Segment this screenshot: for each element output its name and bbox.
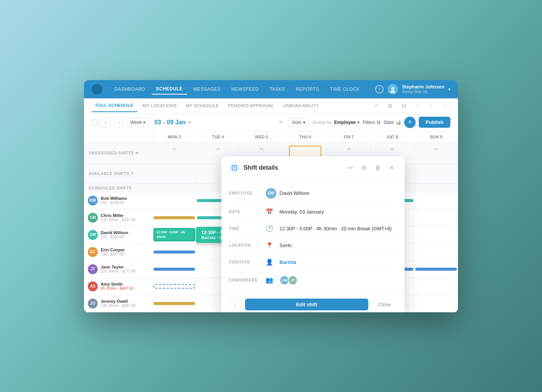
copy-icon[interactable]: ⊞: [385, 100, 395, 111]
bob-mon[interactable]: [153, 192, 196, 209]
nav-logo: [92, 84, 102, 95]
amy-hours: 4h 30min · $467.50: [101, 286, 134, 291]
available-info-icon[interactable]: ?: [131, 172, 134, 176]
unassigned-thu-shift[interactable]: [289, 146, 321, 157]
bob-name: Bob Williams: [101, 196, 127, 201]
jane-sun[interactable]: [415, 261, 458, 278]
employee-chris-info: CM Chris Miller 13h 30min · $297.00: [84, 210, 153, 225]
unassigned-mon[interactable]: 0h: [153, 143, 196, 164]
auto-btn[interactable]: Auto ▾: [288, 118, 310, 127]
unassigned-edit-icon[interactable]: ✏: [136, 151, 139, 155]
amy-sun[interactable]: [415, 278, 458, 295]
modal-more-btn[interactable]: ⋮: [229, 299, 241, 311]
shift-amy-mon[interactable]: [153, 284, 195, 289]
modal-title-icon: [229, 162, 240, 173]
employee-bob-info: BW Bob Williams 15h · $160.00: [84, 193, 153, 208]
chris-sun[interactable]: [415, 209, 458, 226]
download-icon[interactable]: ↓: [426, 100, 437, 111]
header-wed: WED 5: [240, 132, 284, 142]
sub-nav: FULL SCHEDULE MY LOCATIONS MY SCHEDULE P…: [84, 98, 458, 114]
shift-chris-mon[interactable]: [153, 216, 195, 219]
chris-mon[interactable]: [153, 209, 196, 226]
employee-chip-name: David Willson: [279, 190, 310, 196]
amy-name: Amy Smith: [101, 282, 134, 286]
nav-dashboard[interactable]: DASHBOARD: [110, 84, 150, 94]
nav-right: ? Stephanie Johnson Sunny Side Up ▾: [375, 84, 450, 95]
shift-jeremy-mon[interactable]: [153, 302, 195, 305]
shift-jane-sun[interactable]: [415, 268, 457, 271]
nav-messages[interactable]: MESSAGES: [189, 84, 225, 94]
filters-btn[interactable]: Filters ⊟: [363, 120, 381, 125]
subnav-pendingapproval[interactable]: PENDING APPROVAL: [224, 100, 278, 112]
jane-name: Jane Taylor: [101, 265, 136, 269]
group-by[interactable]: Group by: Employee ▾: [313, 120, 360, 125]
publish-btn[interactable]: Publish: [419, 117, 450, 128]
david-sun[interactable]: [415, 227, 458, 243]
svg-rect-2: [232, 165, 237, 170]
stats-btn[interactable]: Stats 📊: [384, 120, 401, 125]
expand-icon[interactable]: ⤢: [371, 100, 382, 111]
help-icon[interactable]: ?: [375, 85, 384, 93]
coworkers-label: COWORKERS: [229, 278, 260, 282]
export-icon[interactable]: ↑: [412, 100, 423, 111]
nav-username: Stephanie Johnson: [402, 84, 444, 90]
amy-mon[interactable]: [153, 278, 196, 295]
close-modal-btn[interactable]: ✕: [386, 162, 397, 173]
nav-schedule[interactable]: SCHEDULE: [152, 84, 187, 95]
next-week-btn[interactable]: ›: [114, 117, 124, 127]
erin-sun[interactable]: [415, 244, 458, 260]
employee-chip-avatar: DW: [266, 188, 276, 199]
week-label: Week: [130, 120, 142, 125]
delete-shift-btn[interactable]: 🗑: [373, 162, 383, 173]
add-shift-btn[interactable]: +: [404, 117, 416, 128]
nav-newsfeed[interactable]: NEWSFEED: [227, 84, 263, 94]
print-icon[interactable]: ⊟: [398, 100, 409, 111]
jeremy-hours: 13h 30min · $297.00: [101, 304, 136, 308]
erin-mon[interactable]: [153, 244, 196, 260]
undo-btn[interactable]: ↩: [345, 162, 356, 173]
edit-shift-btn[interactable]: Edit shift: [245, 299, 368, 310]
week-selector[interactable]: Week ▾: [127, 118, 149, 127]
nav-tasks[interactable]: TASKS: [265, 84, 290, 94]
shift-jane-mon[interactable]: [153, 268, 195, 271]
avatar-amy: AS: [88, 281, 98, 291]
avail-sun[interactable]: [415, 164, 458, 183]
coworker-avatars: CW JT: [279, 275, 298, 285]
subnav-fullschedule[interactable]: FULL SCHEDULE: [92, 99, 137, 112]
subnav-myschedule[interactable]: MY SCHEDULE: [182, 100, 223, 112]
avatar-jeremy: JO: [88, 299, 98, 308]
nav-reports[interactable]: REPORTS: [291, 84, 324, 94]
nav-user-info: Stephanie Johnson Sunny Side Up: [402, 84, 444, 94]
unassigned-sun[interactable]: 0h: [415, 143, 458, 164]
close-shift-btn[interactable]: Close: [372, 299, 397, 310]
avatar-erin: EC: [88, 247, 98, 257]
select-all-checkbox[interactable]: [92, 119, 98, 125]
david-mon[interactable]: 12:30P - 5:00P · 4h 30min 12:30P - 5:00P…: [153, 227, 196, 243]
svg-point-1: [390, 90, 395, 93]
prev-week-btn[interactable]: ‹: [101, 117, 111, 127]
position-value: Barista: [279, 259, 296, 265]
jeremy-details: Jeremy Owell 13h 30min · $297.00: [101, 299, 136, 308]
jane-mon[interactable]: [153, 261, 196, 278]
location-icon: 📍: [266, 242, 273, 249]
nav-chevron-icon[interactable]: ▾: [448, 87, 450, 92]
avail-mon[interactable]: [153, 164, 196, 183]
nav-timeclock[interactable]: TIME CLOCK: [325, 84, 364, 94]
position-icon: 👤: [266, 259, 273, 266]
erin-hours: 13h · $287.00: [101, 252, 125, 256]
subnav-unavailability[interactable]: UNAVAILABILITY: [279, 100, 323, 112]
modal-actions: ↩ ⊞ 🗑 ✕: [345, 162, 397, 173]
modal-title: Shift details: [244, 164, 341, 171]
bob-details: Bob Williams 15h · $160.00: [101, 196, 127, 205]
shift-david-mon[interactable]: 12:30P - 5:00P · 4h 30min: [153, 228, 195, 241]
copy-shift-btn[interactable]: ⊞: [359, 162, 369, 173]
subnav-mylocations[interactable]: MY LOCATIONS: [139, 100, 181, 112]
jeremy-mon[interactable]: [153, 295, 196, 312]
date-chevron-icon[interactable]: ▾: [189, 119, 191, 125]
shift-erin-mon[interactable]: [153, 251, 195, 254]
jeremy-sun[interactable]: [415, 295, 458, 312]
bob-sun[interactable]: [415, 192, 458, 209]
more-icon[interactable]: ⋮: [440, 100, 450, 111]
date-range[interactable]: 03 - 09 Jan: [154, 119, 186, 126]
amy-details: Amy Smith 4h 30min · $467.50: [101, 282, 134, 291]
